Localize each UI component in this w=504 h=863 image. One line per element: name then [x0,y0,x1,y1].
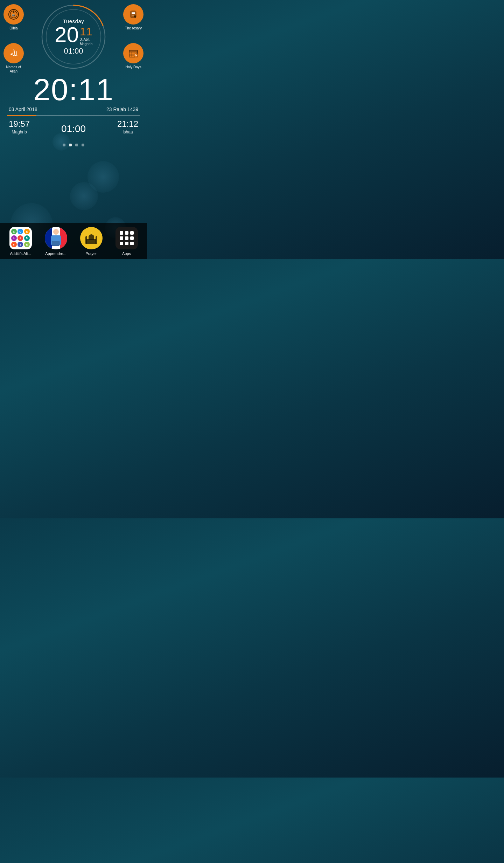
date-hijri: 23 Rajab 1439 [106,106,138,112]
apprendre-icon [45,227,67,249]
prayer-label: Prayer [85,251,97,256]
svg-rect-7 [132,12,135,13]
apps-dot-7 [120,242,123,245]
apps-dot-8 [125,242,128,245]
clock-circle: Tuesday 20 11 3. Apr. Maghrib 01:00 [40,4,107,70]
date-gregorian: 03 April 2018 [9,106,37,112]
page-dot-1[interactable] [63,144,65,146]
qibla-icon-item[interactable]: 🕋 Qibla [4,4,24,30]
right-icons: The rosary [123,4,144,69]
apprendre-label: Apprendre... [45,251,66,256]
names-icon: ﷲ [4,43,24,63]
middle-widget: 20:11 03 April 2018 23 Rajab 1439 19:57 … [0,70,147,137]
page-dot-4[interactable] [82,144,84,146]
apps-dot-6 [130,236,134,240]
prayer-right-name: Ishaa [122,130,133,134]
prayer-left-time: 19:57 [9,119,30,129]
apps-dot-1 [120,231,123,235]
svg-rect-23 [86,239,96,244]
svg-rect-24 [89,236,94,240]
rosary-icon [123,4,144,25]
svg-rect-26 [96,237,97,244]
holydays-icon-item[interactable]: Holy Days [123,43,144,69]
additifs-icon: E U E 1 2 5 6 3 E [9,227,32,249]
clock-sub-prayer: Maghrib [80,42,92,46]
rosary-icon-item[interactable]: The rosary [123,4,144,30]
svg-rect-12 [129,50,138,52]
prayer-times-row: 19:57 Maghrib 01:00 21:12 Ishaa [7,119,140,134]
page-dot-home[interactable]: ⌂ [69,144,72,146]
dock-item-apprendre[interactable]: Apprendre... [42,227,70,256]
svg-point-10 [134,15,136,18]
prayer-left-name: Maghrib [12,130,27,134]
clock-countdown: 01:00 [64,47,83,55]
svg-rect-8 [132,13,135,14]
prayer-center: 01:00 [61,123,86,134]
page-indicators: ⌂ [0,144,147,146]
progress-bar-fill [7,115,36,116]
page-dot-3[interactable] [75,144,78,146]
names-icon-item[interactable]: ﷲ Names of Allah [4,43,24,74]
apps-dot-5 [125,236,128,240]
rosary-label: The rosary [125,26,142,30]
svg-rect-9 [132,15,134,15]
holydays-icon [123,43,144,63]
apps-grid [118,229,136,247]
additifs-label: Additifs Ali... [10,251,31,256]
clock-minutes: 11 [80,26,92,37]
bottom-dock: E U E 1 2 5 6 3 E Additifs Ali... [0,223,147,259]
svg-rect-25 [85,237,87,244]
qibla-icon: 🕋 [4,4,24,25]
svg-text:🕋: 🕋 [12,13,15,16]
top-widget: 🕋 Qibla ﷲ Names of Allah Tuesday 20 [0,0,147,70]
dock-item-additifs[interactable]: E U E 1 2 5 6 3 E Additifs Ali... [7,227,35,256]
apps-dot-9 [130,242,134,245]
big-clock-time: 20:11 [33,74,114,105]
svg-line-22 [136,55,136,56]
date-row: 03 April 2018 23 Rajab 1439 [7,106,140,112]
prayer-right: 21:12 Ishaa [117,119,138,134]
clock-inner: Tuesday 20 11 3. Apr. Maghrib 01:00 [55,19,92,55]
qibla-label: Qibla [9,26,18,30]
prayer-right-time: 21:12 [117,119,138,129]
clock-sub-date: 3. Apr. [80,37,90,42]
progress-bar [7,115,140,116]
dock-item-prayer[interactable]: Prayer [77,227,105,256]
dock-item-apps[interactable]: Apps [113,227,141,256]
clock-date-big: 20 [55,24,79,46]
prayer-icon [80,227,103,249]
apps-dot-3 [130,231,134,235]
apps-dot-2 [125,231,128,235]
apps-icon [115,227,138,249]
apps-label: Apps [122,251,131,256]
prayer-center-time: 01:00 [61,123,86,134]
apps-dot-4 [120,236,123,240]
left-icons: 🕋 Qibla ﷲ Names of Allah [4,4,24,74]
prayer-left: 19:57 Maghrib [9,119,30,134]
holydays-label: Holy Days [125,65,141,69]
